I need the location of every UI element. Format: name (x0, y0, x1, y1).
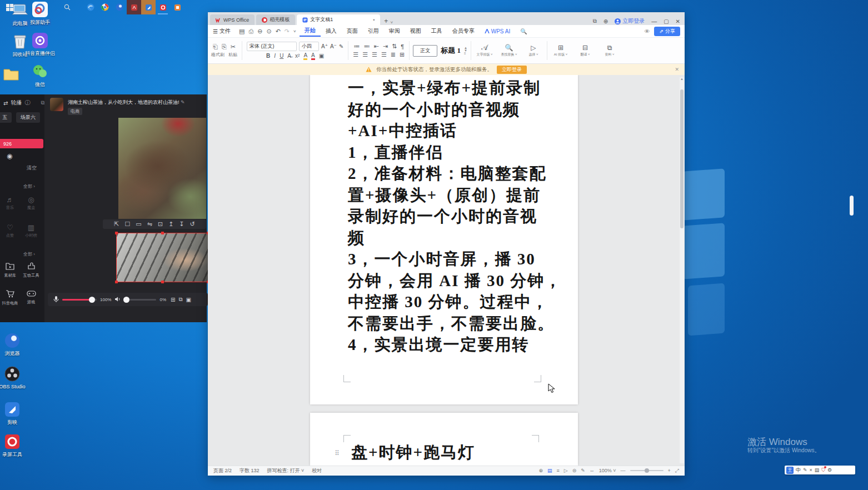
translate-tool[interactable]: ⊟翻译 ˅ (573, 44, 597, 57)
word-count[interactable]: 字数 132 (240, 467, 260, 474)
tool-interactive[interactable]: 互动工具 (21, 262, 41, 278)
taskbar-search-button[interactable] (60, 0, 74, 14)
desktop-icon-recorder[interactable]: 录屏工具 (0, 433, 28, 458)
start-button[interactable] (2, 0, 17, 14)
clear-format-icon[interactable]: ✎ (339, 43, 343, 49)
ime-pen-icon[interactable]: ✎ (803, 467, 807, 473)
document-page-2[interactable]: ⠿ 盘+时钟+跑马灯 (310, 413, 578, 466)
ime-close-icon[interactable]: × (810, 467, 812, 473)
zoom-in-button[interactable]: + (668, 468, 671, 473)
monitor-volume-slider[interactable] (124, 299, 156, 301)
shading-icon[interactable]: ⊞ (400, 51, 405, 58)
stream-cover-thumbnail[interactable] (50, 98, 63, 111)
login-now-button[interactable]: 立即登录 (497, 66, 527, 74)
countdown-badge[interactable]: 926 (0, 139, 43, 148)
scene-tab-6[interactable]: 场景六 (16, 112, 40, 123)
workspace-icon[interactable]: ⧉ (593, 18, 597, 24)
edit-mode-icon[interactable]: ✎ (581, 468, 585, 473)
share-button[interactable]: ⇗分享 (654, 27, 680, 36)
tab-docer-template[interactable]: 稻壳模板 (256, 14, 295, 25)
superscript-button[interactable]: x² (295, 53, 300, 59)
tool-douyin-shop[interactable]: 抖音电商 (0, 290, 20, 306)
tab-more-icon[interactable]: • (373, 17, 375, 23)
style-heading1[interactable]: 标题 1 (441, 46, 461, 56)
scene-tab-5[interactable]: 五 (0, 112, 12, 123)
find-replace-tool[interactable]: 🔍查找替换 ˅ (497, 44, 521, 57)
monitor-audio-icon[interactable] (114, 296, 121, 303)
selection-handle[interactable] (161, 232, 164, 234)
scene-video-selected[interactable] (116, 233, 208, 282)
tool-material-lib[interactable]: 素材库 (0, 262, 20, 278)
zoom-slider[interactable] (630, 470, 664, 471)
align-center-icon[interactable]: ☰ (362, 51, 368, 58)
scene-video-top[interactable] (118, 118, 206, 219)
export-icon[interactable]: ⊖ (257, 28, 262, 35)
fit-icon[interactable]: ☐ (124, 221, 130, 228)
desktop-icon-jianying[interactable]: 剪映 (0, 401, 28, 426)
font-color-button[interactable]: A (311, 52, 315, 60)
char-shading-button[interactable]: ▣ (319, 53, 324, 59)
fullscreen-icon[interactable]: ⇱ (114, 221, 119, 228)
fit-width-icon[interactable]: ⇔ (590, 468, 595, 473)
material-tool[interactable]: ⧉资料 ˅ (597, 44, 622, 57)
paragraph-drag-handle[interactable]: ⠿ (335, 449, 340, 457)
menu-member[interactable]: 会员专享 (447, 27, 480, 35)
window-source-icon[interactable]: ▣ (186, 297, 191, 303)
reset-icon[interactable]: ↺ (190, 221, 195, 228)
search-icon[interactable]: 🔍 (515, 28, 532, 34)
vertical-scrollbar[interactable]: ▲ (680, 77, 684, 463)
menu-view[interactable]: 视图 (405, 27, 426, 35)
save-icon[interactable]: ▤ (239, 28, 245, 35)
bold-button[interactable]: B (266, 53, 270, 59)
file-menu[interactable]: ☰文件 (208, 27, 236, 35)
show-marks-icon[interactable]: ¶ (401, 43, 404, 50)
edge-slide-handle[interactable] (850, 196, 854, 216)
duplicate-icon[interactable]: ▭ (136, 221, 141, 228)
document-page-1[interactable]: 一，实景+绿布+提前录制 好的一个小时的音视频 +AI+中控插话 1，直播伴侣 … (310, 75, 578, 404)
tab-wps-office[interactable]: WPS Office (210, 14, 255, 25)
preview-icon[interactable]: ⊙ (266, 28, 271, 35)
strikethrough-button[interactable]: A̶ (287, 53, 291, 59)
taskbar-recorder-running[interactable] (156, 0, 170, 14)
tool-games[interactable]: 游戏 (21, 290, 41, 305)
highlight-button[interactable]: A (303, 52, 307, 60)
login-entry[interactable]: 立即登录 (615, 17, 645, 25)
cut-icon[interactable]: ✂ (231, 43, 236, 51)
proofread-button[interactable]: 校对 (312, 467, 322, 474)
font-size-select[interactable]: 小四 (299, 42, 319, 51)
record-target-icon[interactable]: ◉ (7, 152, 12, 160)
ime-mode-chinese[interactable]: 中 (796, 467, 801, 474)
desktop-icon-folder[interactable] (0, 66, 22, 83)
scroll-up-arrow-icon[interactable]: ▲ (680, 77, 684, 81)
ime-settings-icon[interactable]: ⚙ (827, 467, 832, 473)
desktop-icon-live-companion[interactable]: 抖音直播伴侣 (22, 32, 58, 57)
minimize-button[interactable]: — (651, 18, 657, 24)
zoom-out-button[interactable]: — (621, 468, 626, 473)
tool-hour-rank[interactable]: ▥ 小时榜 (21, 223, 41, 238)
more-tools-chevron-icon[interactable]: ˅ (293, 29, 296, 34)
info-icon[interactable]: ⓘ (24, 99, 30, 107)
print-icon[interactable]: ⎙ (248, 28, 253, 35)
spellcheck-status[interactable]: 拼写检查: 打开 ˅ (267, 467, 305, 474)
section-all-2[interactable]: 全部 › (23, 251, 35, 257)
bullet-list-icon[interactable]: ≔ (353, 43, 360, 50)
menu-review[interactable]: 审阅 (384, 27, 405, 35)
taskbar-browser-blue[interactable] (112, 0, 127, 14)
paste-label[interactable]: 粘贴 (228, 52, 237, 58)
taskbar-app-orange[interactable] (170, 0, 184, 14)
menu-tools[interactable]: 工具 (426, 27, 447, 35)
swap-icon[interactable]: ⇄ (3, 100, 8, 106)
taskbar-live-companion-active[interactable] (141, 0, 156, 14)
tab-document-1[interactable]: 文字文稿1 • (297, 14, 380, 25)
style-gallery-scroll[interactable]: ▲▼≡ (464, 47, 467, 55)
desktop-icon-browser[interactable]: 浏览器 (0, 332, 28, 357)
underline-button[interactable]: U (280, 53, 283, 59)
menu-page[interactable]: 页面 (342, 27, 363, 35)
layer-down-icon[interactable]: ↧ (179, 221, 184, 228)
clear-button[interactable]: 清空 (0, 164, 37, 172)
menu-reference[interactable]: 引用 (363, 27, 384, 35)
menu-home[interactable]: 开始 (300, 26, 321, 37)
font-name-select[interactable]: 宋体 (正文) (247, 42, 297, 51)
italic-button[interactable]: I (274, 53, 276, 59)
taskbar-chrome[interactable] (98, 0, 112, 14)
